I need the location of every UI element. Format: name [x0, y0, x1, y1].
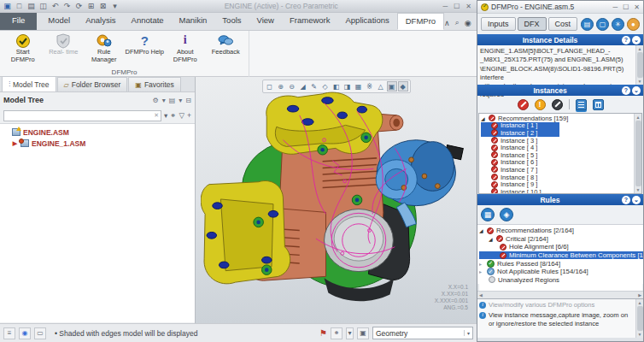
instance-row[interactable]: Instance [ 10 ] — [481, 188, 634, 193]
instances-help-icon[interactable]: ? — [622, 86, 630, 95]
tab-dfmpro[interactable]: DFMPro — [397, 13, 444, 30]
clear-search-icon[interactable]: ✕ — [154, 112, 161, 119]
rule-row-unanalyzed[interactable]: Unanalyzed Regions — [479, 276, 643, 284]
filter-icon[interactable]: ▽ — [179, 111, 184, 120]
feedback-button[interactable]: Feedback — [207, 32, 246, 68]
instances-root-row[interactable]: ◢ Recommendations [159] — [481, 115, 634, 122]
tree-filters-caret[interactable]: ▾ — [162, 97, 166, 104]
tree-node-engine-asm[interactable]: ENGINE.ASM — [3, 127, 195, 138]
rule-row-hole-alignment[interactable]: Hole Alignment [6/6] — [479, 243, 643, 251]
rule-row-rules-passed[interactable]: ▸ ✓ Rules Passed [8/164] — [479, 259, 643, 268]
search-icon[interactable]: ⌕ — [455, 18, 460, 27]
report-icon[interactable]: ▤ — [581, 18, 594, 31]
rule-row-recommendations[interactable]: ◢ Recommendations [2/164] — [479, 227, 643, 235]
dfmpro-maximize-button[interactable]: ☐ — [623, 3, 629, 11]
instance-row[interactable]: Instance [ 2 ] — [481, 129, 559, 137]
tree-filters-icon[interactable]: ⚙ — [153, 97, 159, 104]
tab-analysis[interactable]: Analysis — [78, 13, 123, 30]
dfmpro-close-button[interactable]: ✕ — [634, 3, 640, 11]
rules-list-view-icon[interactable]: ▦ — [481, 208, 495, 221]
rule-row-minimum-clearance[interactable]: Minimum Clearance Between Components [15… — [479, 251, 643, 260]
rule-row-not-applicable[interactable]: ▸ ✓ Not Applicable Rules [154/164] — [479, 268, 643, 276]
instance-message-icon[interactable] — [576, 99, 587, 110]
find-caret[interactable]: ▾ — [346, 327, 354, 339]
regenerate-icon[interactable]: ⟳ — [74, 3, 84, 10]
tab-favorites[interactable]: ▣ Favorites — [128, 77, 181, 91]
warning-instances-icon[interactable]: ! — [535, 99, 546, 110]
tab-model-tree[interactable]: ⫶ Model Tree — [2, 76, 56, 91]
tab-applications[interactable]: Applications — [337, 13, 396, 30]
tab-cost[interactable]: Cost — [548, 17, 578, 31]
rules-help-icon[interactable]: ? — [622, 196, 630, 204]
instance-chart-icon[interactable] — [593, 99, 604, 110]
app-icon[interactable]: ▣ — [3, 3, 12, 10]
search-options-caret[interactable]: ▾ — [164, 111, 167, 120]
redo-icon[interactable]: ↷ — [62, 3, 72, 10]
failed-instances-icon[interactable] — [518, 99, 529, 110]
open-file-icon[interactable]: ▤ — [26, 3, 36, 10]
customize-qat-icon[interactable]: ▾ — [110, 3, 120, 10]
details-collapse-icon[interactable]: ⌄ — [632, 36, 641, 44]
selection-filter-dropdown[interactable]: Geometry ▾ — [372, 327, 473, 339]
select-box-icon[interactable]: ▣ — [357, 327, 369, 339]
rules-header[interactable]: Rules ? ⌄ — [477, 194, 643, 205]
instances-header[interactable]: Instances ? ⌄ — [477, 85, 643, 96]
instance-row[interactable]: Instance [ 6 ] — [481, 159, 634, 167]
rule-row-critical[interactable]: ◢ Critical [2/164] — [479, 235, 643, 244]
ignored-instances-icon[interactable] — [552, 99, 563, 110]
minimize-ribbon-icon[interactable]: ∧ — [444, 19, 450, 27]
collapse-arrow-icon[interactable]: ◢ — [479, 227, 484, 233]
sync-icon[interactable]: ◉ — [465, 19, 471, 27]
graphics-area[interactable]: ◻ ⊕ ⊖ ◢ ✎ ◇ ◧ ◨ ▦ ※ △ ▣ ◆ — [196, 77, 477, 323]
maximize-button[interactable]: ☐ — [454, 3, 460, 10]
tree-columns-caret[interactable]: ▾ — [179, 97, 182, 104]
instance-row[interactable]: Instance [ 5 ] — [481, 151, 634, 159]
tab-annotate[interactable]: Annotate — [124, 13, 172, 30]
instance-row[interactable]: Instance [ 9 ] — [481, 180, 634, 188]
engine-3d-model[interactable] — [201, 91, 472, 306]
tree-search-input[interactable]: ✕ — [3, 110, 161, 121]
collapse-arrow-icon[interactable]: ◢ — [481, 115, 486, 121]
instance-row[interactable]: Instance [ 7 ] — [481, 166, 634, 174]
add-filter-icon[interactable]: + — [187, 111, 191, 120]
tree-collapse-icon[interactable]: ⊟ — [185, 97, 191, 104]
new-file-icon[interactable]: □ — [15, 3, 24, 10]
details-scrollbar[interactable]: ▲▼ — [635, 45, 643, 85]
find-icon[interactable]: ⚭ — [170, 111, 176, 120]
rule-manager-button[interactable]: Rule Manager — [85, 32, 124, 68]
tab-folder-browser[interactable]: ▱ Folder Browser — [57, 77, 128, 91]
clear-results-icon[interactable]: ▢ — [596, 18, 609, 31]
rules-collapse-icon[interactable]: ⌄ — [632, 196, 641, 204]
instance-row[interactable]: Instance [ 3 ] — [481, 137, 634, 144]
close-window-icon[interactable]: ⊠ — [98, 3, 108, 10]
selection-filter-caret[interactable]: ▾ — [464, 330, 470, 336]
undo-icon[interactable]: ↶ — [50, 3, 60, 10]
dfmpro-help-button[interactable]: ? DFMPro Help — [126, 32, 165, 68]
save-icon[interactable]: ◫ — [38, 3, 48, 10]
tab-inputs[interactable]: Inputs — [481, 17, 516, 31]
tab-file[interactable]: File — [0, 13, 37, 30]
instance-details-header[interactable]: Instance Details ? ⌄ — [477, 34, 643, 45]
tab-dfx[interactable]: DFX — [518, 17, 547, 31]
rules-horizontal-scrollbar[interactable]: ◀▶ — [477, 291, 643, 298]
instances-collapse-icon[interactable]: ⌄ — [632, 86, 641, 95]
instance-row[interactable]: Instance [ 1 ] — [481, 122, 559, 130]
about-dfmpro-button[interactable]: i About DFMPro — [166, 32, 205, 68]
notification-flag-icon[interactable]: ⚑ — [319, 328, 327, 338]
instance-row[interactable]: Instance [ 4 ] — [481, 144, 634, 151]
start-dfmpro-button[interactable]: Start DFMPro — [3, 32, 43, 68]
fullscreen-toggle-icon[interactable]: ▭ — [34, 327, 46, 339]
tab-framework[interactable]: Framework — [282, 13, 338, 30]
browser-toggle-icon[interactable]: ◉ — [19, 327, 31, 339]
instances-scrollbar[interactable]: ▲▼ — [634, 114, 641, 193]
tree-node-engine-1-asm[interactable]: ▶ ENGINE_1.ASM — [3, 138, 195, 149]
navigator-toggle-icon[interactable]: ≡ — [3, 327, 15, 339]
expand-arrow-icon[interactable]: ▸ — [479, 268, 484, 274]
dfmpro-minimize-button[interactable]: ─ — [612, 3, 618, 11]
rules-model-view-icon[interactable]: ◈ — [500, 208, 513, 221]
settings-icon[interactable]: ✳ — [612, 18, 624, 31]
windows-icon[interactable]: ⊞ — [86, 3, 96, 10]
find-tool-icon[interactable]: ⚭ — [331, 327, 342, 339]
tab-manikin[interactable]: Manikin — [172, 13, 215, 30]
tab-tools[interactable]: Tools — [214, 13, 249, 30]
